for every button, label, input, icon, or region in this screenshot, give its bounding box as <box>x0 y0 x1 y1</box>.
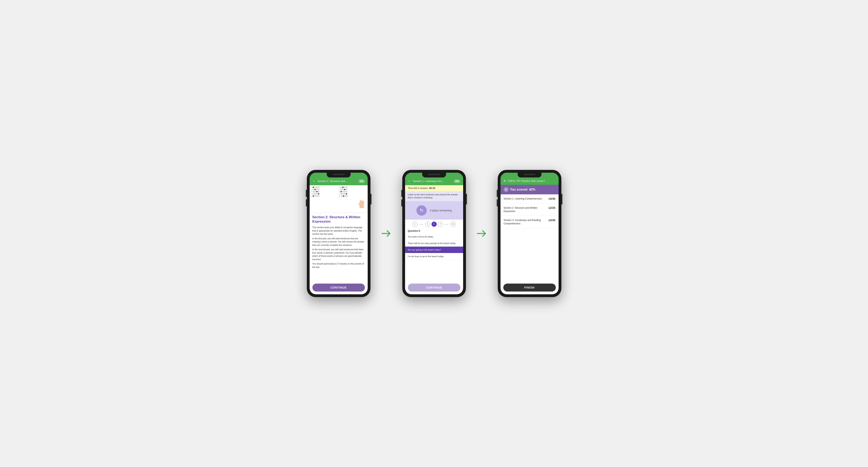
pc <box>342 187 344 188</box>
phone2-continue-button[interactable]: CONTINUE <box>408 283 460 292</box>
phone2-play-button[interactable]: ↻ <box>416 205 427 215</box>
phone3-close-icon[interactable]: ✕ <box>503 179 506 183</box>
paper-circles-7 <box>340 189 347 190</box>
phone1-section-title: Section 2: Structure & Written Expressio… <box>312 215 365 224</box>
phone2-plays-remaining: 0 plays remaining <box>430 209 452 212</box>
phone1-desc2: In the first part, you will read sentenc… <box>312 237 365 247</box>
paper-row-7: 7. <box>339 189 366 190</box>
pc <box>313 195 314 197</box>
svg-rect-4 <box>359 203 360 205</box>
phone2-instruction: Listen to the short sentence and choose … <box>405 191 463 201</box>
paper-circles-8 <box>340 191 347 192</box>
q-dot-7[interactable]: 7 <box>438 222 443 227</box>
q-dot-11[interactable]: 11 <box>451 222 456 227</box>
phone1-body: Section 2: Structure & Written Expressio… <box>310 213 368 282</box>
arrow-2 <box>476 228 488 239</box>
phone3-score-text: You scored: 42% <box>510 188 535 191</box>
pc <box>344 187 345 188</box>
pc <box>341 195 342 197</box>
pc <box>342 193 344 195</box>
pc <box>318 193 319 195</box>
pc <box>318 187 319 188</box>
phone2-timer-label: Time left to answer: <box>408 187 429 190</box>
pc <box>342 189 344 190</box>
phone2-speaker <box>428 174 440 175</box>
pc <box>340 193 342 195</box>
pc <box>346 195 348 197</box>
phone3-score-banner: ✓ You scored: 42% <box>500 185 559 194</box>
phone1-notch <box>327 173 350 177</box>
phone2-option-1[interactable]: You have a lot to do today. <box>405 234 463 240</box>
svg-rect-2 <box>362 200 363 202</box>
phone1-continue-button[interactable]: CONTINUE <box>312 283 365 292</box>
phone-3: ✕ TOEFL ITP Practice Test Level 2 ... ✓ … <box>498 170 561 297</box>
paper-row-9: 9. <box>339 193 366 195</box>
phone1-desc1: This section tests your ability to recog… <box>312 226 365 236</box>
phone2-timer-value: 00:10 <box>429 187 435 190</box>
paper-circles-10 <box>341 195 348 197</box>
phone3-power <box>561 194 562 204</box>
phone3-header-title: TOEFL ITP Practice Test Level 2 ... <box>507 179 556 182</box>
phone2-question-label: Question 6 <box>405 229 463 234</box>
phone1-header-badge: 1/3 <box>358 179 365 183</box>
q-dot-dash2: — <box>444 222 450 227</box>
phone3-finish-button[interactable]: FINISH <box>503 283 556 292</box>
q-dot-1[interactable]: 1 <box>412 222 417 227</box>
phone1-vol-up <box>306 190 307 197</box>
pc <box>346 191 347 192</box>
phone2-vol-up <box>401 190 402 197</box>
phone3-speaker <box>524 174 535 175</box>
phone3-screen: ✕ TOEFL ITP Practice Test Level 2 ... ✓ … <box>500 173 559 294</box>
pc <box>346 187 347 188</box>
phone1-desc4: You should spend about 17 minutes on thi… <box>312 262 365 269</box>
pc <box>316 189 317 190</box>
pc <box>314 193 316 195</box>
phone2-option-3[interactable]: Are you going to the beach today? <box>405 246 463 253</box>
q-dot-6[interactable]: 6 <box>432 222 437 227</box>
paper-row-8: 8. <box>339 191 366 192</box>
paper-row-10: 10. <box>339 195 366 197</box>
svg-rect-1 <box>360 200 361 202</box>
pc <box>314 195 316 197</box>
phone2-option-4[interactable]: I'm too busy to go to the beach today. <box>405 253 463 260</box>
phone2-header-badge: 2/4 <box>454 179 460 183</box>
paper-circles-5 <box>313 195 319 197</box>
phone1-vol-down <box>306 199 307 206</box>
q-dot-5[interactable]: 5 <box>425 222 430 227</box>
phone1-power <box>370 194 371 204</box>
pc <box>340 187 342 188</box>
phone2-answer-options: You have a lot to do today. There will b… <box>405 234 463 282</box>
paper-row-3: 3. <box>311 191 338 192</box>
paper-circles-3 <box>313 191 319 192</box>
pc <box>344 191 345 192</box>
phone2-question-dots: 1 — 5 6 7 — 11 <box>405 220 463 229</box>
phone2-screen: ← Section 1: Listening Com... 2/4 Time l… <box>405 173 463 294</box>
paper-circles-2 <box>313 189 319 190</box>
phone2-timer-bar: Time left to answer: 00:10 <box>405 185 463 191</box>
phone2-back-icon[interactable]: ← <box>408 179 411 183</box>
phone2-content: Time left to answer: 00:10 Listen to the… <box>405 185 463 294</box>
pc <box>316 195 317 197</box>
phone3-section-2-score: 12/25 <box>548 206 555 209</box>
paper-circles-1 <box>313 187 319 188</box>
phone3-vol-down <box>497 199 498 206</box>
phone3-section-3-name: Section 3: Vocabulary and Reading Compre… <box>504 219 547 225</box>
phone1-back-icon[interactable]: ← <box>312 179 316 183</box>
pc <box>344 189 345 190</box>
phone2-option-2[interactable]: There will be too many people at the bea… <box>405 240 463 246</box>
phone3-section-2-name: Section 2: Structure and Written Express… <box>504 206 547 213</box>
phone1-desc3: In the second part, you will read senten… <box>312 248 365 261</box>
pc <box>313 193 314 195</box>
pc <box>313 187 314 188</box>
pc <box>316 187 317 188</box>
pc <box>318 189 319 190</box>
pc <box>316 193 317 195</box>
pc <box>313 191 314 192</box>
pc <box>346 189 347 190</box>
pc <box>314 189 316 190</box>
paper-circles-6 <box>340 187 347 188</box>
pc <box>314 187 316 188</box>
phone-1: ← Section 2: Structure and ... 1/3 1. <box>307 170 370 297</box>
phone3-section-2-row: Section 2: Structure and Written Express… <box>500 203 559 216</box>
phone1-screen: ← Section 2: Structure and ... 1/3 1. <box>310 173 368 294</box>
